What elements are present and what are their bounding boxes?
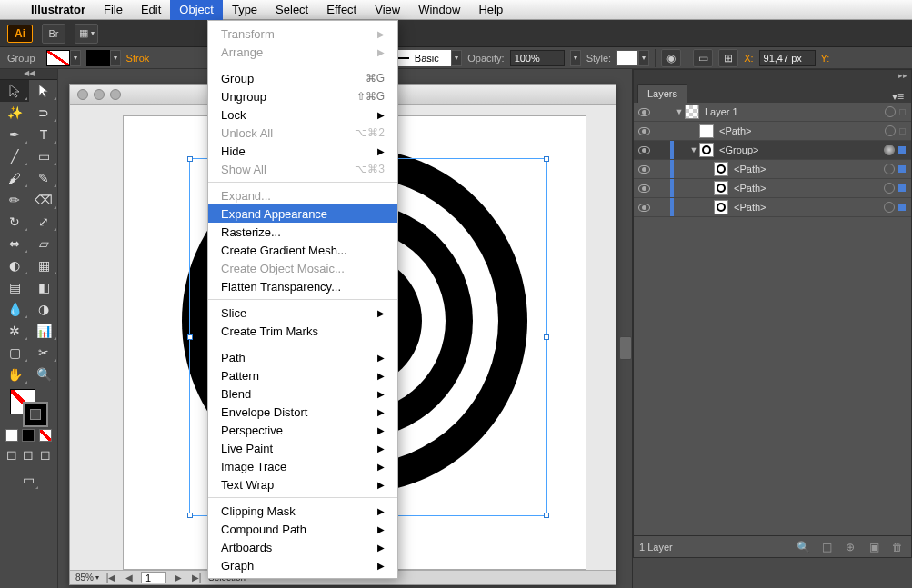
artboard-first-icon[interactable]: |◀	[105, 573, 117, 583]
draw-behind-icon[interactable]: ◻	[20, 445, 36, 463]
menu-select[interactable]: Select	[266, 0, 317, 20]
screen-mode-button[interactable]: ▭	[18, 469, 40, 491]
menu-item-create-gradient-mesh[interactable]: Create Gradient Mesh...	[208, 241, 397, 259]
pencil-tool[interactable]: ✎	[29, 167, 58, 189]
layer-name[interactable]: <Group>	[719, 145, 884, 155]
toolbox-collapse-toggle[interactable]: ◀◀	[0, 69, 57, 80]
fill-swatch-dropdown[interactable]: ▾	[46, 50, 81, 66]
type-tool[interactable]: T	[29, 124, 58, 145]
window-minimize-icon[interactable]	[94, 89, 105, 100]
menu-item-group[interactable]: Group⌘G	[208, 69, 397, 87]
layer-name[interactable]: <Path>	[734, 202, 884, 213]
layer-name[interactable]: Layer 1	[705, 106, 885, 117]
eraser-tool[interactable]: ⌫	[29, 189, 58, 211]
menu-item-hide[interactable]: Hide▶	[208, 142, 397, 160]
menu-item-image-trace[interactable]: Image Trace▶	[208, 457, 397, 475]
shape-builder-tool[interactable]: ◐	[0, 254, 29, 276]
rotate-tool[interactable]: ↻	[0, 211, 29, 233]
align-icon[interactable]: ▭	[693, 49, 713, 67]
fill-stroke-indicator[interactable]	[0, 385, 57, 427]
x-field[interactable]	[759, 50, 816, 66]
visibility-toggle[interactable]	[634, 204, 654, 212]
magic-wand-tool[interactable]: ✨	[0, 102, 29, 124]
layer-name[interactable]: <Path>	[734, 164, 884, 174]
stroke-indicator[interactable]	[23, 402, 48, 427]
slice-tool[interactable]: ✂	[29, 342, 58, 364]
stroke-label[interactable]: Strok	[126, 53, 150, 64]
menu-item-path[interactable]: Path▶	[208, 348, 397, 366]
menu-item-ungroup[interactable]: Ungroup⇧⌘G	[208, 87, 397, 105]
make-clipping-mask-icon[interactable]: ◫	[818, 540, 835, 554]
rectangle-tool[interactable]: ▭	[29, 145, 58, 167]
pen-tool[interactable]: ✒	[0, 124, 29, 145]
scrollbar-thumb[interactable]	[619, 336, 632, 360]
menu-type[interactable]: Type	[223, 0, 266, 20]
menu-item-lock[interactable]: Lock▶	[208, 105, 397, 124]
color-mode-gradient[interactable]	[22, 429, 35, 442]
selection-indicator[interactable]	[898, 165, 906, 173]
artboard-tool[interactable]: ▢	[0, 342, 29, 364]
direct-selection-tool[interactable]	[29, 80, 58, 102]
zoom-tool[interactable]: 🔍	[29, 364, 58, 385]
layer-name[interactable]: <Path>	[719, 125, 885, 136]
bridge-button[interactable]: Br	[42, 24, 65, 44]
menu-item-graph[interactable]: Graph▶	[208, 556, 397, 574]
menu-item-text-wrap[interactable]: Text Wrap▶	[208, 475, 397, 493]
width-tool[interactable]: ⇔	[0, 233, 29, 254]
visibility-toggle[interactable]	[634, 146, 654, 154]
menu-item-rasterize[interactable]: Rasterize...	[208, 223, 397, 241]
blend-tool[interactable]: ◑	[29, 298, 58, 320]
menu-edit[interactable]: Edit	[132, 0, 170, 20]
arrange-documents-button[interactable]: ▦	[75, 24, 98, 44]
menu-item-expand-appearance[interactable]: Expand Appearance	[208, 204, 397, 223]
menu-item-blend[interactable]: Blend▶	[208, 384, 397, 403]
selection-indicator[interactable]	[898, 204, 906, 211]
visibility-toggle[interactable]	[634, 108, 654, 116]
menu-window[interactable]: Window	[409, 0, 469, 20]
visibility-toggle[interactable]	[634, 127, 654, 135]
locate-object-icon[interactable]: 🔍	[795, 540, 811, 554]
hand-tool[interactable]: ✋	[0, 364, 29, 385]
target-icon[interactable]	[884, 145, 895, 155]
menu-item-compound-path[interactable]: Compound Path▶	[208, 520, 397, 538]
menu-item-clipping-mask[interactable]: Clipping Mask▶	[208, 502, 397, 520]
selection-indicator[interactable]	[898, 184, 906, 192]
new-sublayer-icon[interactable]: ⊕	[842, 540, 858, 554]
artboard-last-icon[interactable]: ▶|	[190, 573, 203, 583]
layer-row[interactable]: <Path>	[634, 179, 911, 198]
artboard-prev-icon[interactable]: ◀	[123, 573, 135, 583]
panel-collapse-icon[interactable]: ▸▸	[898, 71, 907, 80]
column-graph-tool[interactable]: 📊	[29, 320, 58, 342]
disclosure-triangle-icon[interactable]: ▼	[674, 107, 685, 116]
disclosure-triangle-icon[interactable]: ▼	[688, 145, 699, 154]
target-icon[interactable]	[885, 125, 896, 136]
layer-row[interactable]: <Path>	[634, 160, 911, 179]
panel-menu-icon[interactable]: ▾≡	[888, 90, 907, 103]
x-label[interactable]: X:	[744, 53, 753, 64]
eyedropper-tool[interactable]: 💧	[0, 298, 29, 320]
free-transform-tool[interactable]: ▱	[29, 233, 58, 254]
blob-brush-tool[interactable]: ✏	[0, 189, 29, 211]
menu-item-artboards[interactable]: Artboards▶	[208, 538, 397, 556]
menu-item-flatten-transparency[interactable]: Flatten Transparency...	[208, 277, 397, 295]
selection-indicator[interactable]	[898, 146, 906, 154]
window-close-icon[interactable]	[77, 89, 88, 100]
target-icon[interactable]	[884, 164, 895, 174]
menu-item-create-trim-marks[interactable]: Create Trim Marks	[208, 322, 397, 340]
menu-view[interactable]: View	[366, 0, 409, 20]
selection-indicator[interactable]	[899, 128, 906, 135]
menu-help[interactable]: Help	[469, 0, 512, 20]
menu-file[interactable]: File	[95, 0, 132, 20]
opacity-caret[interactable]: ▾	[570, 50, 581, 66]
visibility-toggle[interactable]	[634, 165, 654, 174]
opacity-field[interactable]	[510, 50, 565, 66]
target-icon[interactable]	[884, 202, 895, 213]
target-icon[interactable]	[884, 183, 895, 194]
layer-row[interactable]: <Path>	[634, 198, 911, 217]
graphic-style-dropdown[interactable]: ▾	[616, 50, 649, 66]
layer-row[interactable]: ▼<Group>	[634, 141, 911, 160]
layer-name[interactable]: <Path>	[734, 183, 884, 194]
menu-item-live-paint[interactable]: Live Paint▶	[208, 439, 397, 457]
y-label[interactable]: Y:	[821, 53, 830, 64]
panel-collapse-bar[interactable]: ▸▸	[634, 70, 911, 81]
